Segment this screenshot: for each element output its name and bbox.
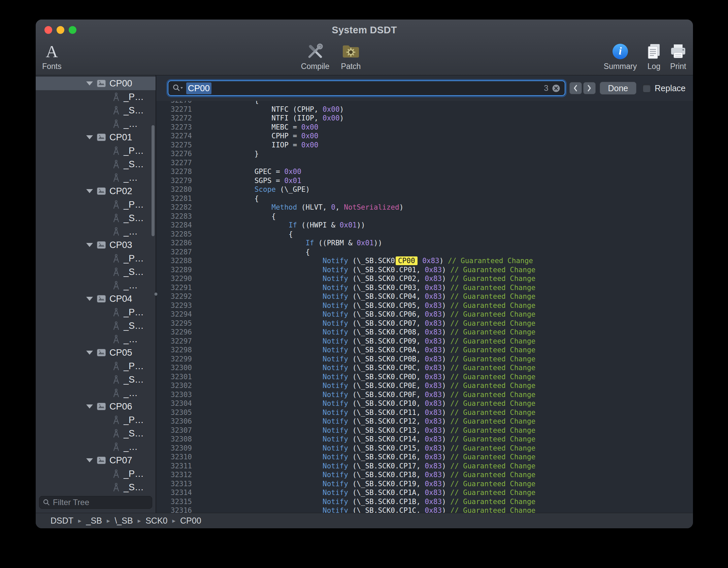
tree-child-node[interactable]: _… — [36, 440, 156, 454]
tree-child-node[interactable]: _P… — [36, 413, 156, 427]
tree-node-label: _P… — [124, 415, 144, 425]
code-line: 32281 { — [156, 194, 693, 203]
tree-child-node[interactable]: _… — [36, 332, 156, 346]
tree-node-cp00[interactable]: CP00 — [36, 77, 156, 90]
tree-node-label: CP02 — [109, 186, 132, 197]
breadcrumb-separator-icon: ▸ — [138, 517, 141, 525]
disclosure-triangle-icon[interactable] — [86, 297, 93, 301]
breadcrumb-cp00[interactable]: CP00 — [180, 516, 201, 526]
tree-child-node[interactable]: _S… — [36, 373, 156, 386]
done-button[interactable]: Done — [600, 82, 637, 95]
line-number: 32273 — [156, 123, 192, 132]
code-line: 32300 Notify (\_SB.SCK0.CP0C, 0x83) // G… — [156, 363, 693, 372]
tree-node-cp03[interactable]: CP03 — [36, 238, 156, 252]
disclosure-triangle-icon[interactable] — [86, 189, 93, 193]
tree-node-label: _P… — [124, 92, 144, 102]
search-field[interactable]: CP00 3 — [168, 80, 565, 96]
line-number: 32316 — [156, 506, 192, 513]
patch-button[interactable]: Patch — [327, 41, 374, 71]
tree-child-node[interactable]: _S… — [36, 104, 156, 117]
line-number: 32311 — [156, 462, 192, 471]
tree-child-node[interactable]: _… — [36, 279, 156, 292]
disclosure-triangle-icon[interactable] — [86, 135, 93, 139]
disclosure-triangle-icon[interactable] — [86, 351, 93, 355]
print-button[interactable]: Print — [655, 41, 693, 71]
disclosure-triangle-icon[interactable] — [86, 458, 93, 462]
find-next-button[interactable] — [583, 82, 596, 94]
tree-node-label: _… — [124, 334, 138, 345]
line-number: 32314 — [156, 488, 192, 497]
code-line: 32273 MEBC = 0x00 — [156, 123, 693, 132]
fonts-button[interactable]: A Fonts — [36, 41, 75, 71]
tree-node-cp06[interactable]: CP06 — [36, 400, 156, 413]
tree-child-node[interactable]: _S… — [36, 211, 156, 225]
sidebar-scrollbar[interactable] — [152, 125, 155, 236]
disclosure-triangle-icon[interactable] — [86, 404, 93, 409]
search-menu-icon[interactable] — [172, 84, 183, 93]
close-button[interactable] — [44, 26, 52, 34]
tree-child-node[interactable]: _P… — [36, 144, 156, 157]
tree-child-node[interactable]: _… — [36, 117, 156, 131]
code-line: 32312 Notify (\_SB.SCK0.CP18, 0x83) // G… — [156, 470, 693, 480]
tree-node-label: _P… — [124, 361, 144, 371]
line-number: 32280 — [156, 185, 192, 194]
tree-child-node[interactable]: _P… — [36, 90, 156, 104]
tree-node-label: _S… — [124, 105, 144, 116]
line-number: 32299 — [156, 355, 192, 364]
breadcrumb-dsdt[interactable]: DSDT — [51, 516, 73, 526]
tree-child-node[interactable]: _… — [36, 171, 156, 184]
disclosure-triangle-icon[interactable] — [86, 243, 93, 247]
tree-node-label: CP07 — [109, 455, 132, 466]
breadcrumb-separator-icon: ▸ — [107, 517, 110, 525]
scope-icon — [97, 295, 106, 303]
method-icon — [112, 254, 120, 263]
tree-child-node[interactable]: _P… — [36, 252, 156, 265]
line-number: 32281 — [156, 194, 192, 203]
compile-icon — [306, 41, 324, 62]
minimize-button[interactable] — [57, 26, 64, 34]
tree-node-cp02[interactable]: CP02 — [36, 184, 156, 198]
tree-node-label: _P… — [124, 253, 144, 264]
tree-node-cp04[interactable]: CP04 — [36, 292, 156, 306]
tree-child-node[interactable]: _… — [36, 225, 156, 238]
breadcrumb-sb[interactable]: _SB — [86, 516, 102, 526]
breadcrumb-sb-root[interactable]: \_SB — [114, 516, 133, 526]
tree-node-cp01[interactable]: CP01 — [36, 131, 156, 144]
tree-child-node[interactable]: _S… — [36, 319, 156, 332]
disclosure-triangle-icon[interactable] — [86, 81, 93, 85]
tree-child-node[interactable]: _S… — [36, 427, 156, 440]
code-line: 32284 If ((HWPI & 0x01)) — [156, 221, 693, 230]
tree-node-cp07[interactable]: CP07 — [36, 454, 156, 467]
code-line: 32282 Method (HLVT, 0, NotSerialized) — [156, 203, 693, 212]
tree-child-node[interactable]: _P… — [36, 359, 156, 373]
clear-search-icon[interactable] — [552, 84, 561, 93]
replace-checkbox[interactable] — [642, 84, 651, 93]
code-line: 32278 GPEC = 0x00 — [156, 167, 693, 176]
tree-child-node[interactable]: _P… — [36, 467, 156, 481]
zoom-button[interactable] — [69, 26, 76, 34]
tree-node-label: _… — [124, 442, 138, 452]
breadcrumb-sck0[interactable]: SCK0 — [145, 516, 167, 526]
tree-child-node[interactable]: _… — [36, 386, 156, 400]
code-line: 32310 Notify (\_SB.SCK0.CP16, 0x83) // G… — [156, 453, 693, 462]
tree-child-node[interactable]: _S… — [36, 481, 156, 493]
tree-child-node[interactable]: _S… — [36, 157, 156, 171]
tree-node-label: _P… — [124, 146, 144, 156]
tree-node-label: CP05 — [109, 348, 132, 358]
method-icon — [112, 483, 120, 492]
code-area[interactable]: 32270 {32271 NTFC (CPHP, 0x00)32272 NTFI… — [156, 101, 693, 513]
method-icon — [112, 335, 120, 344]
find-previous-button[interactable] — [569, 82, 582, 94]
replace-toggle[interactable]: Replace — [642, 83, 686, 93]
filter-tree-field[interactable]: Filter Tree — [39, 496, 152, 509]
filter-placeholder: Filter Tree — [53, 498, 89, 507]
tree-node-label: _S… — [124, 375, 144, 385]
method-icon — [112, 469, 120, 478]
tree-child-node[interactable]: _P… — [36, 198, 156, 211]
tree-child-node[interactable]: _P… — [36, 306, 156, 319]
tree-node-cp05[interactable]: CP05 — [36, 346, 156, 359]
tree-node-label: _S… — [124, 159, 144, 170]
code-line: 32303 Notify (\_SB.SCK0.CP0F, 0x83) // G… — [156, 390, 693, 399]
tree-child-node[interactable]: _S… — [36, 265, 156, 279]
scope-icon — [97, 403, 106, 410]
